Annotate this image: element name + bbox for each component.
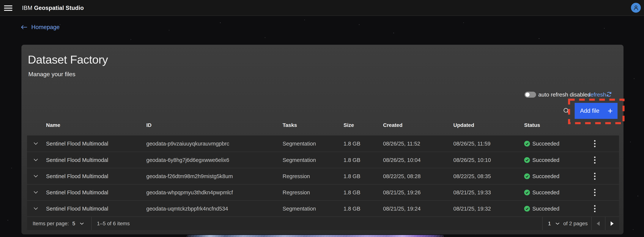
column-header-created[interactable]: Created [383, 122, 402, 128]
hamburger-menu-icon[interactable] [4, 4, 13, 12]
overflow-menu-button[interactable] [592, 138, 598, 149]
overflow-menu-button[interactable] [592, 187, 598, 198]
homepage-link[interactable]: Homepage [21, 24, 60, 30]
success-check-icon [524, 173, 530, 179]
row-created: 08/26/25, 10:04 [383, 157, 421, 163]
row-task: Regression [282, 189, 310, 196]
background-image-sliver [187, 235, 444, 237]
status-label: Succeeded [532, 206, 560, 212]
pagination-bar: Items per page: 5 1–5 of 6 items 1 of 2 … [27, 216, 619, 230]
divider [91, 217, 92, 230]
column-header-name[interactable]: Name [46, 122, 60, 128]
page-number-value[interactable]: 1 [548, 220, 551, 226]
row-task: Segmentation [282, 140, 316, 147]
row-task: Segmentation [282, 206, 316, 212]
success-check-icon [524, 157, 530, 163]
items-per-page-label: Items per page: [32, 220, 69, 226]
row-status: Succeeded [524, 189, 560, 196]
expand-row-chevron-icon[interactable] [32, 173, 39, 180]
previous-page-icon [597, 221, 600, 226]
auto-refresh-label: auto refresh disabled [538, 92, 590, 98]
auto-refresh-toggle[interactable] [524, 92, 536, 98]
column-header-updated[interactable]: Updated [453, 122, 474, 128]
table-header-row: Name ID Tasks Size Created Updated Statu… [27, 119, 619, 136]
table-body: Sentinel Flood Multimodal geodata-p9vzai… [27, 136, 619, 216]
row-size: 1.8 GB [344, 157, 360, 163]
user-avatar-button[interactable] [631, 3, 641, 13]
row-id: geodata-uqmtckzbppfrk4ncfnd534 [146, 206, 228, 212]
table-row: Sentinel Flood Multimodal geodata-6y8hg7… [27, 152, 619, 168]
table-row: Sentinel Flood Multimodal geodata-uqmtck… [27, 200, 619, 216]
app-title: IBMGeospatial Studio [22, 0, 84, 16]
items-per-page-chevron-icon[interactable] [80, 222, 84, 225]
next-page-icon [611, 221, 614, 226]
row-status: Succeeded [524, 206, 560, 212]
row-id: geodata-p9vzaiuuyqkurauvmgpbrc [146, 140, 229, 147]
page-title: Dataset Factory [28, 53, 108, 66]
previous-page-button[interactable] [591, 217, 605, 230]
column-header-id[interactable]: ID [146, 122, 152, 128]
row-created: 08/22/25, 08:28 [383, 173, 421, 179]
expand-row-chevron-icon[interactable] [32, 157, 39, 163]
app-header: IBMGeospatial Studio [0, 0, 644, 16]
refresh-link[interactable]: refresh [589, 92, 606, 98]
row-id: geodata-6y8hg7j6d6egxwwe6elix6 [146, 157, 229, 163]
success-check-icon [524, 141, 530, 146]
success-check-icon [524, 190, 530, 195]
row-name: Sentinel Flood Multimodal [46, 157, 108, 163]
page-number-chevron-icon[interactable] [556, 222, 560, 225]
expand-row-chevron-icon[interactable] [32, 189, 39, 196]
refresh-icon[interactable] [606, 91, 612, 98]
row-created: 08/26/25, 11:52 [383, 140, 420, 147]
column-header-size[interactable]: Size [344, 122, 354, 128]
items-range-text: 1–5 of 6 items [97, 220, 130, 226]
app-window: IBMGeospatial Studio Homepage Dataset Fa… [0, 0, 644, 237]
column-header-status[interactable]: Status [524, 122, 540, 128]
divider [542, 217, 542, 230]
add-file-label: Add file [580, 108, 599, 114]
column-header-tasks[interactable]: Tasks [282, 122, 297, 128]
table-row: Sentinel Flood Multimodal geodata-f26dtm… [27, 168, 619, 184]
row-updated: 08/21/25, 19:33 [453, 189, 491, 196]
row-status: Succeeded [524, 140, 560, 147]
row-status: Succeeded [524, 173, 560, 179]
row-created: 08/21/25, 19:26 [383, 189, 421, 196]
dataset-factory-card: Dataset Factory Manage your files auto r… [22, 45, 624, 234]
row-task: Segmentation [282, 157, 316, 163]
row-size: 1.8 GB [344, 140, 360, 147]
brand-prefix: IBM [22, 5, 32, 11]
row-size: 1.8 GB [344, 173, 360, 179]
page-subtitle: Manage your files [28, 71, 76, 78]
homepage-label: Homepage [31, 24, 60, 30]
add-file-button[interactable]: Add file + [575, 103, 618, 119]
row-size: 1.8 GB [344, 206, 360, 212]
row-updated: 08/21/25, 19:32 [453, 206, 491, 212]
row-name: Sentinel Flood Multimodal [46, 189, 108, 196]
overflow-menu-button[interactable] [592, 171, 598, 182]
success-check-icon [524, 206, 530, 212]
total-pages-text: of 2 pages [563, 220, 588, 226]
plus-icon: + [608, 106, 613, 115]
row-size: 1.8 GB [344, 189, 360, 196]
row-updated: 08/22/25, 08:35 [453, 173, 491, 179]
status-label: Succeeded [532, 157, 560, 163]
table-row: Sentinel Flood Multimodal geodata-whpqpm… [27, 184, 619, 200]
search-icon[interactable] [562, 107, 570, 115]
items-per-page-value[interactable]: 5 [72, 220, 75, 226]
overflow-menu-button[interactable] [592, 203, 598, 214]
row-task: Regression [282, 173, 310, 179]
row-created: 08/21/25, 19:24 [383, 206, 421, 212]
user-icon [633, 5, 639, 10]
overflow-menu-button[interactable] [592, 154, 598, 166]
next-page-button[interactable] [605, 217, 619, 230]
row-name: Sentinel Flood Multimodal [46, 140, 108, 147]
expand-row-chevron-icon[interactable] [32, 206, 39, 212]
status-label: Succeeded [532, 189, 560, 196]
row-updated: 08/26/25, 10:10 [453, 157, 491, 163]
expand-row-chevron-icon[interactable] [32, 140, 39, 147]
row-id: geodata-f26dtm98m2h9mistg5k8um [146, 173, 233, 179]
back-arrow-icon [21, 25, 27, 30]
row-name: Sentinel Flood Multimodal [46, 173, 108, 179]
status-label: Succeeded [532, 173, 560, 179]
row-status: Succeeded [524, 157, 560, 163]
